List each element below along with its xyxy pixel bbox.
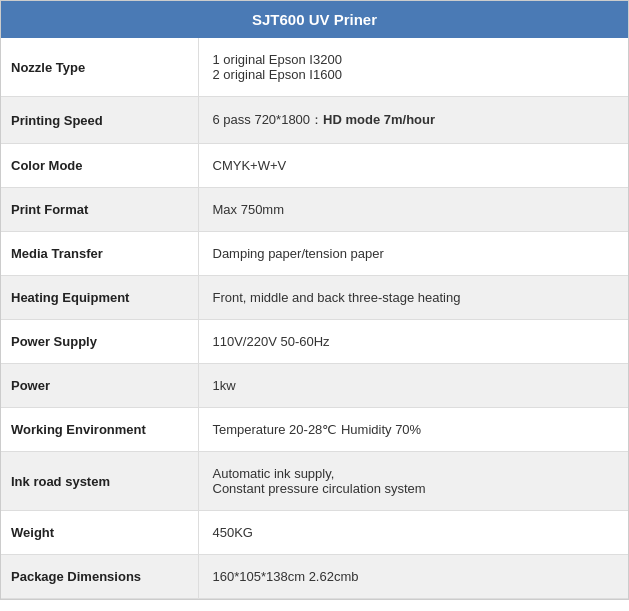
table-row: Print FormatMax 750mm [1,188,628,232]
row-label-weight: Weight [1,511,198,555]
value-line-0: 1 original Epson I3200 [213,52,342,67]
table-title: SJT600 UV Priner [1,1,628,38]
row-value-nozzle-type: 1 original Epson I32002 original Epson I… [198,38,628,97]
table-header: SJT600 UV Priner [1,1,628,38]
row-value-heating-equipment: Front, middle and back three-stage heati… [198,276,628,320]
row-value-package-dimensions: 160*105*138cm 2.62cmb [198,555,628,599]
table-row: Package Dimensions160*105*138cm 2.62cmb [1,555,628,599]
table-row: Power1kw [1,364,628,408]
table-row: Power Supply110V/220V 50-60Hz [1,320,628,364]
table-row: Weight450KG [1,511,628,555]
value-line-0: Automatic ink supply, [213,466,335,481]
table-row: Ink road systemAutomatic ink supply,Cons… [1,452,628,511]
table-row: Printing Speed6 pass 720*1800：HD mode 7m… [1,97,628,144]
row-label-nozzle-type: Nozzle Type [1,38,198,97]
row-label-media-transfer: Media Transfer [1,232,198,276]
table-row: Media TransferDamping paper/tension pape… [1,232,628,276]
table-row: Color ModeCMYK+W+V [1,144,628,188]
table-row: Working EnvironmentTemperature 20-28℃ Hu… [1,408,628,452]
value-line-1: 2 original Epson I1600 [213,67,342,82]
row-value-print-format: Max 750mm [198,188,628,232]
row-value-media-transfer: Damping paper/tension paper [198,232,628,276]
row-label-power-supply: Power Supply [1,320,198,364]
row-value-power-supply: 110V/220V 50-60Hz [198,320,628,364]
row-label-package-dimensions: Package Dimensions [1,555,198,599]
row-value-working-environment: Temperature 20-28℃ Humidity 70% [198,408,628,452]
row-label-color-mode: Color Mode [1,144,198,188]
table-row: Nozzle Type1 original Epson I32002 origi… [1,38,628,97]
row-label-ink-road-system: Ink road system [1,452,198,511]
row-label-printing-speed: Printing Speed [1,97,198,144]
row-value-weight: 450KG [198,511,628,555]
row-value-color-mode: CMYK+W+V [198,144,628,188]
spec-table: SJT600 UV Priner Nozzle Type1 original E… [0,0,629,600]
row-label-heating-equipment: Heating Equipment [1,276,198,320]
table-row: Heating EquipmentFront, middle and back … [1,276,628,320]
row-label-power: Power [1,364,198,408]
printing-speed-bold: HD mode 7m/hour [323,112,435,127]
value-line-1: Constant pressure circulation system [213,481,426,496]
printing-speed-normal: 6 pass 720*1800： [213,112,324,127]
row-value-power: 1kw [198,364,628,408]
row-label-working-environment: Working Environment [1,408,198,452]
row-value-printing-speed: 6 pass 720*1800：HD mode 7m/hour [198,97,628,144]
row-value-ink-road-system: Automatic ink supply,Constant pressure c… [198,452,628,511]
row-label-print-format: Print Format [1,188,198,232]
